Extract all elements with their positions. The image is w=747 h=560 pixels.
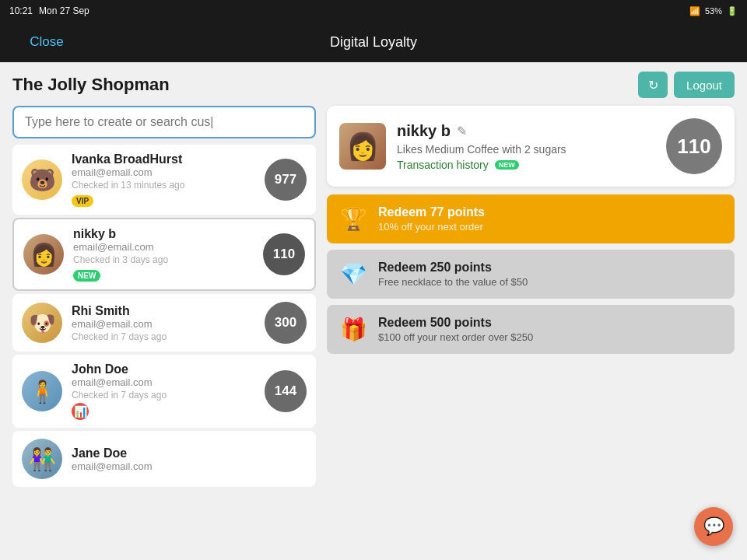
customer-checkin: Checked in 7 days ago xyxy=(72,390,255,401)
customer-name: Ivanka BroadHurst xyxy=(72,152,255,166)
customer-info: Rhi Smithemail@email.comChecked in 7 day… xyxy=(72,304,255,342)
selected-preference: Likes Medium Coffee with 2 sugars xyxy=(397,143,655,156)
customer-badge-area: NEW xyxy=(73,268,254,282)
points-circle: 300 xyxy=(265,302,307,344)
customer-checkin: Checked in 3 days ago xyxy=(73,254,254,265)
customer-avatar: 👩 xyxy=(23,234,64,275)
redeem-title: Redeem 250 points xyxy=(378,261,722,275)
app-title: Digital Loyalty xyxy=(78,34,669,51)
chart-badge: 📊 xyxy=(72,403,89,420)
shop-title: The Jolly Shopman xyxy=(12,75,170,95)
shop-row: The Jolly Shopman ↻ Logout xyxy=(12,72,735,98)
refresh-button[interactable]: ↻ xyxy=(638,72,668,98)
customer-list-item[interactable]: 🐻Ivanka BroadHurstemail@email.comChecked… xyxy=(12,145,316,215)
new-badge: NEW xyxy=(495,160,519,170)
vip-badge: VIP xyxy=(72,195,93,207)
customer-name: John Doe xyxy=(72,362,255,376)
customer-name: nikky b xyxy=(73,227,254,241)
search-input[interactable] xyxy=(12,106,316,138)
redeem-desc: $100 off your next order over $250 xyxy=(378,331,722,343)
customer-name: Rhi Smith xyxy=(72,304,255,318)
customer-list-item[interactable]: 👩nikky bemail@email.comChecked in 3 days… xyxy=(12,218,316,291)
app-header: Close Digital Loyalty xyxy=(0,22,747,62)
close-button[interactable]: Close xyxy=(16,34,78,50)
redeem-info: Redeem 250 pointsFree necklace to the va… xyxy=(378,261,722,288)
customer-avatar: 🧍 xyxy=(22,371,62,411)
customer-avatar: 👫 xyxy=(22,439,62,479)
right-panel: 👩 nikky b ✎ Likes Medium Coffee with 2 s… xyxy=(327,106,735,551)
battery-icon: 🔋 xyxy=(727,6,738,16)
logout-button[interactable]: Logout xyxy=(674,72,735,98)
header-actions: ↻ Logout xyxy=(638,72,735,98)
customer-avatar: 🐻 xyxy=(22,159,62,200)
customer-checkin: Checked in 7 days ago xyxy=(72,331,255,342)
left-panel: 🐻Ivanka BroadHurstemail@email.comChecked… xyxy=(12,106,316,551)
customer-info: nikky bemail@email.comChecked in 3 days … xyxy=(73,227,254,282)
points-circle: 144 xyxy=(265,370,307,412)
redeem-options: 🏆Redeem 77 points10% off your next order… xyxy=(327,194,735,354)
wifi-icon: 📶 xyxy=(689,6,700,16)
points-circle: 110 xyxy=(263,233,305,275)
redeem-title: Redeem 77 points xyxy=(378,205,722,219)
chat-bubble-button[interactable]: 💬 xyxy=(694,507,733,546)
customer-email: email@email.com xyxy=(73,241,254,253)
redeem-option[interactable]: 🎁Redeem 500 points$100 off your next ord… xyxy=(327,305,735,354)
customer-info: John Doeemail@email.comChecked in 7 days… xyxy=(72,362,255,420)
time: 10:21 xyxy=(9,5,33,16)
two-column-layout: 🐻Ivanka BroadHurstemail@email.comChecked… xyxy=(12,106,735,551)
redeem-icon: 🏆 xyxy=(339,206,367,232)
date: Mon 27 Sep xyxy=(39,5,89,16)
customer-checkin: Checked in 13 minutes ago xyxy=(72,180,255,191)
redeem-info: Redeem 77 points10% off your next order xyxy=(378,205,722,233)
selected-customer-avatar: 👩 xyxy=(339,123,386,170)
redeem-icon: 🎁 xyxy=(339,317,367,342)
selected-customer-card: 👩 nikky b ✎ Likes Medium Coffee with 2 s… xyxy=(327,106,735,187)
selected-customer-info: nikky b ✎ Likes Medium Coffee with 2 sug… xyxy=(397,122,655,171)
customer-list-item[interactable]: 🧍John Doeemail@email.comChecked in 7 day… xyxy=(12,355,316,428)
new-badge: NEW xyxy=(73,270,100,282)
redeem-option[interactable]: 💎Redeem 250 pointsFree necklace to the v… xyxy=(327,250,735,299)
selected-points-circle: 110 xyxy=(666,118,722,174)
redeem-icon: 💎 xyxy=(339,261,367,287)
customer-name: Jane Doe xyxy=(72,446,307,460)
customer-list: 🐻Ivanka BroadHurstemail@email.comChecked… xyxy=(12,145,316,489)
edit-icon[interactable]: ✎ xyxy=(457,124,467,138)
customer-list-item[interactable]: 🐶Rhi Smithemail@email.comChecked in 7 da… xyxy=(12,294,316,352)
redeem-desc: 10% off your next order xyxy=(378,221,722,233)
battery-percent: 53% xyxy=(705,6,722,16)
customer-email: email@email.com xyxy=(72,376,255,388)
customer-badge-area: 📊 xyxy=(72,403,255,420)
customer-info: Jane Doeemail@email.com xyxy=(72,446,307,472)
status-bar: 10:21 Mon 27 Sep 📶 53% 🔋 xyxy=(0,0,747,22)
transaction-history-link[interactable]: Transaction history xyxy=(397,159,489,171)
customer-list-item[interactable]: 👫Jane Doeemail@email.com xyxy=(12,431,316,487)
redeem-desc: Free necklace to the value of $50 xyxy=(378,276,722,288)
customer-avatar: 🐶 xyxy=(22,303,62,343)
selected-name-row: nikky b ✎ xyxy=(397,122,655,140)
redeem-option[interactable]: 🏆Redeem 77 points10% off your next order xyxy=(327,194,735,243)
redeem-title: Redeem 500 points xyxy=(378,316,722,330)
customer-email: email@email.com xyxy=(72,166,255,178)
customer-email: email@email.com xyxy=(72,460,307,472)
main-content: The Jolly Shopman ↻ Logout 🐻Ivanka Broad… xyxy=(0,62,747,560)
customer-info: Ivanka BroadHurstemail@email.comChecked … xyxy=(72,152,255,207)
points-circle: 977 xyxy=(265,159,307,201)
customer-badge-area: VIP xyxy=(72,193,255,207)
customer-email: email@email.com xyxy=(72,318,255,330)
redeem-info: Redeem 500 points$100 off your next orde… xyxy=(378,316,722,343)
selected-customer-name: nikky b xyxy=(397,122,451,140)
